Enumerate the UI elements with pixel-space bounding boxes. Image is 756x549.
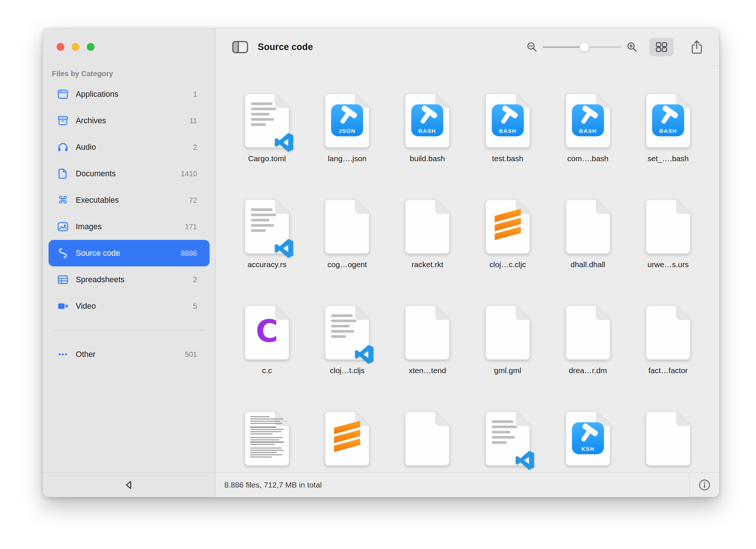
file-name: racket.rkt	[411, 260, 443, 269]
file-item[interactable]: dhall.dhall	[548, 195, 628, 301]
sidebar-item-documents[interactable]: Documents1410	[49, 160, 210, 187]
archives-icon	[57, 114, 69, 127]
sidebar-item-label: Executables	[76, 196, 119, 205]
file-item[interactable]: JSONlang….json	[307, 89, 387, 195]
sidebar-item-source-code[interactable]: Source code8886	[49, 240, 210, 266]
close-button[interactable]	[57, 43, 64, 51]
main-panel: Source code	[216, 28, 719, 472]
status-summary: 8.886 files, 712,7 MB in total	[224, 481, 322, 489]
sidebar-item-label: Applications	[76, 90, 118, 99]
svg-text:JSON: JSON	[339, 128, 356, 134]
zoom-slider[interactable]	[543, 42, 621, 53]
file-icon-blue-badge: BASH	[480, 89, 535, 152]
file-item[interactable]: BASHbuild.bash	[387, 89, 467, 195]
minimize-button[interactable]	[72, 43, 79, 51]
file-item[interactable]: cloj…c.cljc	[468, 195, 548, 301]
share-button[interactable]	[690, 39, 704, 55]
video-icon	[57, 300, 69, 312]
sidebar-item-audio[interactable]: Audio2	[49, 134, 210, 160]
file-name: test.bash	[492, 154, 523, 163]
zoom-button[interactable]	[87, 43, 94, 51]
file-name: cloj…c.cljc	[489, 260, 526, 269]
file-icon-blank	[560, 195, 616, 258]
file-name: accuracy.rs	[247, 260, 286, 269]
file-item[interactable]: cog…ogent	[307, 195, 387, 301]
zoom-in-button[interactable]	[627, 42, 638, 53]
sidebar-item-count: 2	[193, 143, 197, 152]
file-icon-blank	[400, 301, 455, 364]
file-icon-blue-badge: JSON	[320, 89, 375, 152]
file-item[interactable]	[468, 407, 548, 472]
sidebar-item-count: 171	[185, 223, 197, 231]
sidebar-secondary-list: Other501	[49, 341, 210, 368]
file-name: drea…r.dm	[569, 366, 607, 375]
sidebar-item-applications[interactable]: Applications1	[49, 81, 210, 107]
sidebar-toggle-button[interactable]	[232, 40, 248, 54]
file-icon-c-lang: C	[239, 301, 295, 364]
sidebar-section-title: Files by Category	[52, 70, 215, 78]
file-name: cog…ogent	[328, 260, 367, 269]
file-item[interactable]: BASHcom….bash	[548, 89, 628, 195]
sidebar-item-archives[interactable]: Archives11	[49, 107, 210, 134]
sidebar-item-label: Video	[76, 302, 96, 311]
sidebar-item-spreadsheets[interactable]: Spreadsheets2	[49, 266, 210, 293]
sidebar-item-executables[interactable]: ⌘Executables72	[49, 187, 210, 213]
grid-view-button[interactable]	[649, 38, 674, 56]
sidebar-item-other[interactable]: Other501	[49, 341, 210, 368]
sidebar-divider	[54, 330, 204, 331]
file-item[interactable]: BASHset_….bash	[628, 89, 708, 195]
file-name: c.c	[262, 366, 272, 375]
file-item[interactable]: BASHtest.bash	[468, 89, 548, 195]
images-icon	[57, 220, 69, 233]
file-icon-blank	[641, 195, 696, 258]
page-title: Source code	[258, 42, 313, 52]
file-name: gml.gml	[494, 366, 521, 375]
status-bar-main-section: 8.886 files, 712,7 MB in total	[215, 473, 719, 497]
zoom-out-button[interactable]	[527, 42, 538, 53]
toolbar-right-cluster	[527, 38, 704, 56]
source-code-icon	[57, 247, 69, 259]
share-icon	[691, 40, 703, 54]
sidebar-item-video[interactable]: Video5	[49, 293, 210, 319]
file-item[interactable]: drea…r.dm	[548, 301, 628, 407]
file-item[interactable]	[387, 407, 467, 472]
file-icon-blue-badge: BASH	[400, 89, 455, 152]
file-item[interactable]: Cc.c	[227, 301, 307, 407]
svg-text:C: C	[256, 314, 278, 349]
svg-text:BASH: BASH	[499, 128, 517, 134]
file-item[interactable]: gml.gml	[468, 301, 548, 407]
file-item[interactable]: Cargo.toml	[227, 89, 307, 195]
file-name: Cargo.toml	[248, 154, 286, 163]
file-icon-blue-badge: KSH	[560, 407, 616, 470]
file-item[interactable]: cloj…t.cljs	[307, 301, 387, 407]
file-icon-blank	[400, 195, 455, 258]
back-button[interactable]	[123, 479, 135, 491]
info-icon	[698, 479, 711, 491]
audio-icon	[57, 141, 69, 153]
file-item[interactable]	[227, 407, 307, 472]
file-item[interactable]: racket.rkt	[387, 195, 467, 301]
file-item[interactable]: urwe…s.urs	[628, 195, 708, 301]
sidebar-item-label: Images	[76, 222, 102, 231]
file-item[interactable]: fact…factor	[628, 301, 708, 407]
file-item[interactable]: xten…tend	[387, 301, 467, 407]
file-icon-blank	[480, 301, 535, 364]
file-item[interactable]	[307, 407, 387, 472]
sidebar-item-images[interactable]: Images171	[49, 213, 210, 240]
spreadsheets-icon	[57, 273, 69, 286]
file-name: xten…tend	[409, 366, 446, 375]
info-button[interactable]	[698, 478, 711, 492]
file-icon-doc-vscode	[480, 407, 535, 470]
documents-icon	[57, 167, 69, 180]
file-item[interactable]: KSH	[548, 407, 628, 472]
window-body: Files by Category Applications1Archives1…	[43, 28, 719, 472]
sidebar-item-label: Audio	[76, 143, 96, 152]
sidebar: Files by Category Applications1Archives1…	[43, 28, 216, 472]
applications-icon	[57, 88, 69, 100]
file-name: cloj…t.cljs	[330, 366, 365, 375]
file-item[interactable]: accuracy.rs	[227, 195, 307, 301]
vscode-badge-icon	[275, 239, 294, 258]
sidebar-item-label: Archives	[76, 116, 106, 125]
file-item[interactable]	[628, 407, 708, 472]
zoom-slider-thumb[interactable]	[580, 42, 589, 52]
